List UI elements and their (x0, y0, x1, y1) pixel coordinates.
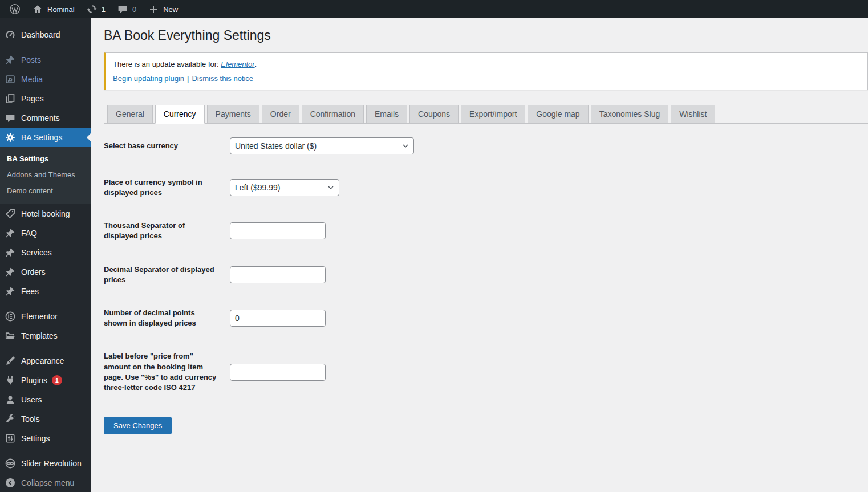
sidebar-item-plugins[interactable]: Plugins1 (0, 371, 91, 390)
sidebar-item-users[interactable]: Users (0, 390, 91, 409)
sidebar-item-label: Posts (21, 55, 41, 64)
field-control: Left ($99.99) (230, 179, 339, 196)
submenu-item-demo-content[interactable]: Demo content (0, 183, 91, 199)
users-icon (5, 394, 16, 405)
sliders-icon (5, 433, 16, 444)
sidebar-item-collapse-menu[interactable]: Collapse menu (0, 473, 91, 492)
sidebar-item-tools[interactable]: Tools (0, 409, 91, 429)
sidebar-item-comments[interactable]: Comments (0, 108, 91, 128)
form-row: Select base currencyUnited States dollar… (104, 137, 868, 154)
tab-taxonomies-slug[interactable]: Taxonomies Slug (591, 105, 669, 124)
elementor-link[interactable]: Elementor (221, 60, 254, 68)
sidebar-item-orders[interactable]: Orders (0, 262, 91, 282)
update-notice: There is an update available for: Elemen… (104, 52, 868, 90)
form-row: Label before "price from" amount on the … (104, 351, 868, 393)
sidebar-item-dashboard[interactable]: Dashboard (0, 25, 91, 44)
sidebar-item-label: Comments (21, 113, 60, 123)
site-name-label: Rominal (47, 5, 75, 14)
tab-wishlist[interactable]: Wishlist (671, 105, 715, 124)
sidebar-item-pages[interactable]: Pages (0, 89, 91, 108)
thousand-separator-of-displayed-prices-input[interactable] (230, 222, 326, 239)
tab-google-map[interactable]: Google map (528, 105, 588, 124)
tab-coupons[interactable]: Coupons (409, 105, 459, 124)
place-of-currency-symbol-in-displayed-pr-select[interactable]: Left ($99.99) (230, 179, 339, 196)
tab-general[interactable]: General (107, 105, 153, 124)
field-control (230, 222, 326, 239)
sidebar-item-appearance[interactable]: Appearance (0, 351, 91, 371)
sidebar-item-elementor[interactable]: Elementor (0, 307, 91, 326)
updates-link[interactable]: 1 (80, 0, 111, 18)
admin-bar: Rominal 1 0 New (0, 0, 868, 18)
sidebar-item-hotel-booking[interactable]: Hotel booking (0, 204, 91, 223)
wrench-icon (5, 413, 16, 425)
sidebar-item-templates[interactable]: Templates (0, 326, 91, 345)
sidebar-item-label: Services (21, 248, 52, 257)
main-content: BA Book Everything Settings There is an … (91, 18, 868, 492)
tab-payments[interactable]: Payments (207, 105, 259, 124)
begin-updating-plugin-link[interactable]: Begin updating plugin (113, 74, 184, 83)
sidebar-item-label: Plugins (21, 376, 47, 385)
field-control (230, 310, 326, 327)
decimal-separator-of-displayed-prices-input[interactable] (230, 266, 326, 283)
sidebar-item-label: Orders (21, 267, 46, 277)
number-of-decimal-points-shown-in-displa-input[interactable] (230, 310, 326, 327)
pin-icon (5, 247, 16, 258)
tab-confirmation[interactable]: Confirmation (302, 105, 364, 124)
new-content-label: New (163, 5, 178, 14)
label-before-price-from-amount-on-the-bo-input[interactable] (230, 364, 326, 381)
sidebar-item-media[interactable]: Media (0, 70, 91, 89)
tag-icon (5, 208, 16, 219)
dashboard-icon (5, 29, 16, 40)
sidebar-item-label: Settings (21, 434, 50, 443)
select-shell: United States dollar ($) (230, 137, 414, 154)
sidebar-item-label: Media (21, 75, 43, 84)
submenu-item-addons-and-themes[interactable]: Addons and Themes (0, 167, 91, 183)
settings-tabs: GeneralCurrencyPaymentsOrderConfirmation… (104, 105, 868, 124)
field-label-decimal-separator-of-displayed-prices: Decimal Separator of displayed prices (104, 265, 230, 285)
wordpress-logo-link[interactable] (3, 0, 26, 18)
pin-icon (5, 227, 16, 239)
site-name-link[interactable]: Rominal (26, 0, 80, 18)
field-control (230, 364, 326, 381)
media-icon (5, 74, 16, 85)
notice-text-prefix: There is an update available for: (113, 60, 221, 68)
sidebar-item-label: Hotel booking (21, 209, 70, 218)
submenu-item-ba-settings[interactable]: BA Settings (0, 151, 91, 167)
sidebar-item-ba-settings[interactable]: BA Settings (0, 128, 91, 147)
select-shell: Left ($99.99) (230, 179, 339, 196)
pin-icon (5, 286, 16, 297)
new-content-link[interactable]: New (142, 0, 184, 18)
sidebar-item-label: Elementor (21, 312, 58, 321)
tab-currency[interactable]: Currency (155, 105, 205, 124)
sidebar-item-faq[interactable]: FAQ (0, 223, 91, 243)
sidebar-item-fees[interactable]: Fees (0, 282, 91, 301)
admin-sidebar: DashboardPostsMediaPagesCommentsBA Setti… (0, 18, 91, 492)
form-row: Number of decimal points shown in displa… (104, 308, 868, 328)
save-changes-button[interactable]: Save Changes (104, 417, 172, 434)
sidebar-item-label: Pages (21, 94, 44, 103)
comment-icon (5, 112, 16, 124)
sidebar-item-posts[interactable]: Posts (0, 50, 91, 70)
sidebar-item-label: Collapse menu (21, 478, 74, 487)
select-base-currency-select[interactable]: United States dollar ($) (230, 137, 414, 154)
plugins-update-badge: 1 (52, 375, 62, 385)
sidebar-submenu: BA SettingsAddons and ThemesDemo content (0, 147, 91, 204)
comments-link[interactable]: 0 (111, 0, 142, 18)
sidebar-item-slider-revolution[interactable]: Slider Revolution (0, 454, 91, 473)
gear-icon (5, 132, 16, 143)
tab-emails[interactable]: Emails (366, 105, 407, 124)
update-notice-actions: Begin updating plugin|Dismiss this notic… (113, 74, 861, 83)
tab-order[interactable]: Order (262, 105, 299, 124)
sidebar-item-services[interactable]: Services (0, 243, 91, 262)
dismiss-notice-link[interactable]: Dismiss this notice (192, 74, 253, 83)
currency-settings-form: Select base currencyUnited States dollar… (104, 137, 868, 434)
tab-export-import[interactable]: Export/import (461, 105, 525, 124)
field-label-thousand-separator-of-displayed-prices: Thousand Separator of displayed prices (104, 221, 230, 241)
pin-icon (5, 54, 16, 66)
comment-icon (117, 3, 128, 15)
elementor-icon (5, 311, 16, 322)
sidebar-item-label: Dashboard (21, 30, 60, 39)
field-label-label-before-price-from-amount-on-the-bo: Label before "price from" amount on the … (104, 351, 230, 393)
sidebar-item-settings[interactable]: Settings (0, 429, 91, 448)
brush-icon (5, 355, 16, 367)
